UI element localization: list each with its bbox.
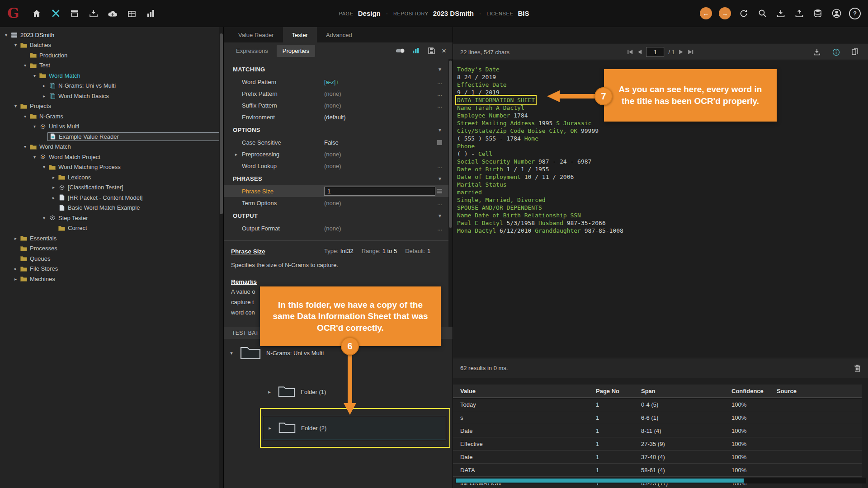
tree-item-step-tester[interactable]: ▾Step Tester (0, 213, 223, 223)
tree-item-hr-packet-content-model[interactable]: ▸[HR Packet - Content Model] (0, 192, 223, 203)
trash-icon[interactable] (854, 365, 861, 372)
property-word-lookup[interactable]: Word Lookup(none)... (224, 160, 448, 172)
close-icon[interactable]: × (442, 47, 446, 55)
copy-icon[interactable] (849, 46, 861, 58)
property-environment[interactable]: Environment(default) (224, 111, 448, 123)
chevron-right-icon[interactable]: ▸ (267, 425, 273, 431)
chevron-down-icon[interactable]: ▾ (12, 42, 19, 47)
save-icon[interactable] (426, 46, 436, 56)
property-prefix-pattern[interactable]: Prefix Pattern(none)... (224, 88, 448, 99)
tab-value-reader[interactable]: Value Reader (229, 27, 283, 42)
property-input[interactable] (324, 187, 435, 196)
tree-scrollbar[interactable] (219, 27, 223, 488)
first-page-icon[interactable] (627, 49, 633, 55)
column-header-page-no[interactable]: Page No (596, 388, 641, 394)
chevron-down-icon[interactable]: ▾ (31, 155, 38, 160)
tree-item-word-match[interactable]: ▾Word Match (0, 70, 223, 81)
chevron-down-icon[interactable]: ▾ (22, 63, 28, 68)
folder-item-folder-1[interactable]: ▸Folder (1) (263, 380, 446, 404)
chevron-right-icon[interactable]: ▸ (266, 389, 273, 395)
ellipsis-button[interactable]: ... (437, 200, 448, 206)
chevron-down-icon[interactable]: ▾ (3, 33, 9, 38)
tree-item-word-match-project[interactable]: ▾Word Match Project (0, 152, 223, 162)
tree-item-n-grams-uni-vs-multi[interactable]: ▸N-Grams: Uni vs Multi (0, 81, 223, 91)
forward-icon[interactable]: → (719, 7, 731, 19)
tree-item-word-match-basics[interactable]: ▸Word Match Basics (0, 91, 223, 101)
cloud-upload-icon[interactable] (107, 8, 118, 19)
table-row[interactable]: Date18-11 (4)100% (453, 424, 862, 437)
properties-scrollbar-thumb[interactable] (449, 61, 452, 228)
column-header-source[interactable]: Source (777, 388, 862, 394)
download-icon[interactable] (811, 46, 823, 58)
chevron-right-icon[interactable]: ▸ (50, 195, 57, 200)
section-output[interactable]: OUTPUT▾ (224, 209, 448, 222)
horizontal-scrollbar-thumb[interactable] (456, 479, 744, 483)
chevron-down-icon[interactable]: ▾ (41, 216, 47, 221)
chevron-down-icon[interactable]: ▾ (439, 213, 441, 219)
tools-icon[interactable] (50, 8, 61, 19)
crumb-value-repository[interactable]: 2023 DSmith (433, 9, 474, 17)
home-icon[interactable] (31, 8, 42, 19)
section-phrases[interactable]: PHRASES▾ (224, 172, 448, 185)
help-icon[interactable]: ? (849, 8, 861, 19)
last-page-icon[interactable] (688, 49, 694, 55)
tree-item-example-value-reader[interactable]: Example Value Reader (0, 131, 223, 142)
table-row[interactable]: DATA158-61 (4)100% (453, 464, 862, 477)
ellipsis-button[interactable]: ... (437, 225, 448, 232)
chevron-right-icon[interactable]: ▸ (50, 185, 57, 190)
tree-item-file-stores[interactable]: ▸File Stores (0, 264, 223, 274)
download-icon[interactable] (775, 8, 787, 19)
upload-icon[interactable] (793, 8, 805, 19)
properties-scrollbar[interactable] (448, 59, 453, 327)
chevron-right-icon[interactable]: ▸ (12, 266, 19, 271)
chevron-down-icon[interactable]: ▾ (22, 114, 28, 119)
property-term-options[interactable]: Term Options(none)... (224, 197, 448, 209)
menu-icon[interactable] (437, 189, 448, 193)
chart-toggle-icon[interactable] (411, 46, 421, 56)
tree-item-uni-vs-multi[interactable]: ▾Uni vs Multi (0, 122, 223, 132)
back-icon[interactable]: ← (700, 7, 712, 19)
chevron-down-icon[interactable]: ▾ (228, 350, 235, 356)
info-icon[interactable] (830, 46, 842, 58)
archive-icon[interactable] (69, 8, 80, 19)
tree-scrollbar-thumb[interactable] (220, 33, 223, 214)
tree-item-2023-dsmith[interactable]: ▾2023 DSmith (0, 30, 223, 40)
table-row[interactable]: Date137-40 (4)100% (453, 450, 862, 464)
ellipsis-button[interactable]: ... (437, 163, 448, 169)
tree-item-basic-word-match-example[interactable]: Basic Word Match Example (0, 203, 223, 213)
toggle-icon[interactable] (396, 46, 406, 56)
tab-advanced[interactable]: Advanced (317, 27, 361, 42)
database-icon[interactable] (812, 8, 824, 19)
tree-item-production[interactable]: Production (0, 50, 223, 61)
chevron-down-icon[interactable]: ▾ (439, 176, 441, 182)
ellipsis-button[interactable]: ... (437, 102, 448, 109)
tree-item-word-matching-process[interactable]: ▾Word Matching Process (0, 162, 223, 173)
inbox-down-icon[interactable] (88, 8, 99, 19)
chevron-right-icon[interactable]: ▸ (235, 152, 237, 157)
crumb-value-page[interactable]: Design (358, 9, 381, 17)
tree-item-processes[interactable]: Processes (0, 244, 223, 254)
chevron-down-icon[interactable]: ▾ (31, 73, 38, 78)
search-icon[interactable] (756, 8, 768, 19)
tree-item-queues[interactable]: Queues (0, 253, 223, 264)
chevron-right-icon[interactable]: ▸ (41, 94, 47, 99)
chevron-down-icon[interactable]: ▾ (439, 66, 441, 72)
tree-item-machines[interactable]: ▸Machines (0, 274, 223, 284)
refresh-icon[interactable] (738, 8, 750, 19)
table-row[interactable]: Effective127-35 (9)100% (453, 437, 862, 450)
property-suffix-pattern[interactable]: Suffix Pattern(none)... (224, 99, 448, 111)
column-header-span[interactable]: Span (641, 388, 731, 394)
tree-item-correct[interactable]: Correct (0, 223, 223, 234)
user-icon[interactable] (830, 8, 842, 19)
tree-item-word-match[interactable]: ▾Word Match (0, 142, 223, 152)
column-header-value[interactable]: Value (460, 388, 596, 394)
ellipsis-button[interactable]: ... (437, 79, 448, 85)
chevron-right-icon[interactable]: ▸ (41, 83, 47, 88)
subtab-properties[interactable]: Properties (277, 45, 315, 57)
test-batch-root[interactable]: ▾ N-Grams: Uni vs Multi (228, 345, 324, 361)
chevron-down-icon[interactable]: ▾ (22, 144, 28, 149)
crumb-value-licensee[interactable]: BIS (518, 9, 529, 17)
chevron-down-icon[interactable]: ▾ (439, 127, 441, 133)
table-row[interactable]: s16-6 (1)100% (453, 411, 862, 424)
subtab-expressions[interactable]: Expressions (230, 45, 274, 57)
